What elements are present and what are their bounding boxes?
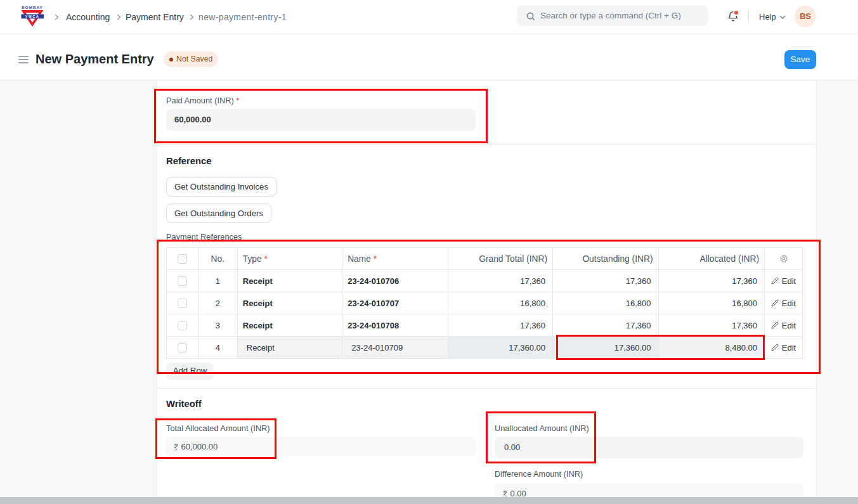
svg-text:YMCA: YMCA — [25, 15, 40, 18]
svg-text:BOMBAY: BOMBAY — [22, 5, 43, 10]
